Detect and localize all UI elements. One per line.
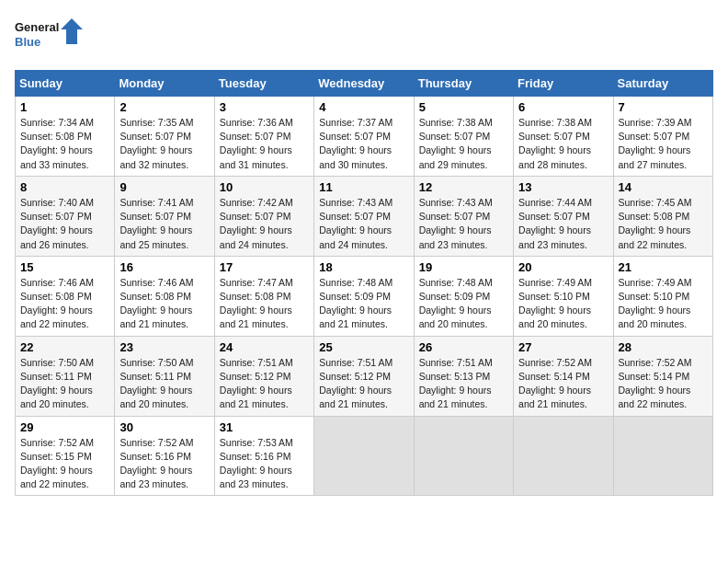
- calendar-day-cell: 19 Sunrise: 7:48 AM Sunset: 5:09 PM Dayl…: [414, 256, 513, 336]
- day-info: Sunrise: 7:42 AM Sunset: 5:07 PM Dayligh…: [220, 196, 309, 252]
- day-number: 23: [119, 340, 209, 354]
- day-number: 9: [119, 180, 209, 194]
- logo-svg: General Blue: [15, 15, 88, 59]
- day-number: 14: [619, 180, 708, 194]
- day-info: Sunrise: 7:49 AM Sunset: 5:10 PM Dayligh…: [619, 276, 708, 332]
- day-info: Sunrise: 7:47 AM Sunset: 5:08 PM Dayligh…: [220, 276, 309, 332]
- calendar-day-cell: 18 Sunrise: 7:48 AM Sunset: 5:09 PM Dayl…: [314, 256, 414, 336]
- calendar-day-cell: 4 Sunrise: 7:37 AM Sunset: 5:07 PM Dayli…: [314, 97, 414, 177]
- calendar-day-cell: 25 Sunrise: 7:51 AM Sunset: 5:12 PM Dayl…: [314, 336, 414, 416]
- weekday-header: Monday: [115, 71, 214, 97]
- svg-text:General: General: [15, 20, 59, 34]
- calendar-week-row: 29 Sunrise: 7:52 AM Sunset: 5:15 PM Dayl…: [16, 416, 713, 496]
- calendar-day-cell: 23 Sunrise: 7:50 AM Sunset: 5:11 PM Dayl…: [115, 336, 214, 416]
- day-info: Sunrise: 7:45 AM Sunset: 5:08 PM Dayligh…: [619, 196, 708, 252]
- calendar-day-cell: 21 Sunrise: 7:49 AM Sunset: 5:10 PM Dayl…: [613, 256, 712, 336]
- day-number: 21: [619, 260, 708, 274]
- calendar-day-cell: 28 Sunrise: 7:52 AM Sunset: 5:14 PM Dayl…: [613, 336, 712, 416]
- day-number: 8: [20, 180, 109, 194]
- calendar-day-cell: 7 Sunrise: 7:39 AM Sunset: 5:07 PM Dayli…: [613, 97, 712, 177]
- weekday-header: Saturday: [613, 71, 712, 97]
- day-info: Sunrise: 7:43 AM Sunset: 5:07 PM Dayligh…: [319, 196, 408, 252]
- calendar-day-cell: 5 Sunrise: 7:38 AM Sunset: 5:07 PM Dayli…: [414, 97, 513, 177]
- day-info: Sunrise: 7:52 AM Sunset: 5:16 PM Dayligh…: [119, 436, 209, 492]
- page-header: General Blue: [15, 15, 713, 59]
- day-number: 11: [319, 180, 408, 194]
- day-number: 4: [319, 100, 408, 114]
- day-number: 3: [220, 100, 309, 114]
- day-number: 26: [419, 340, 508, 354]
- calendar-week-row: 22 Sunrise: 7:50 AM Sunset: 5:11 PM Dayl…: [16, 336, 713, 416]
- day-number: 18: [319, 260, 408, 274]
- day-info: Sunrise: 7:51 AM Sunset: 5:12 PM Dayligh…: [220, 356, 309, 412]
- day-number: 30: [119, 420, 209, 434]
- calendar-day-cell: 13 Sunrise: 7:44 AM Sunset: 5:07 PM Dayl…: [514, 176, 613, 256]
- day-info: Sunrise: 7:52 AM Sunset: 5:15 PM Dayligh…: [20, 436, 109, 492]
- calendar-day-cell: 29 Sunrise: 7:52 AM Sunset: 5:15 PM Dayl…: [16, 416, 115, 496]
- day-info: Sunrise: 7:41 AM Sunset: 5:07 PM Dayligh…: [119, 196, 209, 252]
- day-info: Sunrise: 7:36 AM Sunset: 5:07 PM Dayligh…: [220, 116, 309, 172]
- day-number: 13: [518, 180, 608, 194]
- calendar-day-cell: [514, 416, 613, 496]
- calendar-day-cell: 3 Sunrise: 7:36 AM Sunset: 5:07 PM Dayli…: [214, 97, 313, 177]
- logo: General Blue: [15, 15, 88, 59]
- day-number: 29: [20, 420, 109, 434]
- calendar-day-cell: 20 Sunrise: 7:49 AM Sunset: 5:10 PM Dayl…: [514, 256, 613, 336]
- day-number: 5: [419, 100, 508, 114]
- day-number: 20: [518, 260, 608, 274]
- calendar-day-cell: 31 Sunrise: 7:53 AM Sunset: 5:16 PM Dayl…: [214, 416, 313, 496]
- day-number: 27: [518, 340, 608, 354]
- weekday-header: Wednesday: [314, 71, 414, 97]
- day-info: Sunrise: 7:52 AM Sunset: 5:14 PM Dayligh…: [619, 356, 708, 412]
- day-number: 15: [20, 260, 109, 274]
- calendar-day-cell: 2 Sunrise: 7:35 AM Sunset: 5:07 PM Dayli…: [115, 97, 214, 177]
- day-number: 16: [119, 260, 209, 274]
- day-info: Sunrise: 7:40 AM Sunset: 5:07 PM Dayligh…: [20, 196, 109, 252]
- calendar-day-cell: 11 Sunrise: 7:43 AM Sunset: 5:07 PM Dayl…: [314, 176, 414, 256]
- svg-marker-2: [61, 18, 83, 44]
- calendar-day-cell: 6 Sunrise: 7:38 AM Sunset: 5:07 PM Dayli…: [514, 97, 613, 177]
- weekday-header: Thursday: [414, 71, 513, 97]
- calendar-day-cell: 12 Sunrise: 7:43 AM Sunset: 5:07 PM Dayl…: [414, 176, 513, 256]
- day-info: Sunrise: 7:50 AM Sunset: 5:11 PM Dayligh…: [119, 356, 209, 412]
- day-info: Sunrise: 7:46 AM Sunset: 5:08 PM Dayligh…: [20, 276, 109, 332]
- calendar-day-cell: 1 Sunrise: 7:34 AM Sunset: 5:08 PM Dayli…: [16, 97, 115, 177]
- day-number: 24: [220, 340, 309, 354]
- day-info: Sunrise: 7:39 AM Sunset: 5:07 PM Dayligh…: [619, 116, 708, 172]
- day-info: Sunrise: 7:38 AM Sunset: 5:07 PM Dayligh…: [518, 116, 608, 172]
- weekday-header: Friday: [514, 71, 613, 97]
- day-info: Sunrise: 7:43 AM Sunset: 5:07 PM Dayligh…: [419, 196, 508, 252]
- day-number: 1: [20, 100, 109, 114]
- day-info: Sunrise: 7:48 AM Sunset: 5:09 PM Dayligh…: [319, 276, 408, 332]
- calendar-day-cell: [314, 416, 414, 496]
- calendar-day-cell: 24 Sunrise: 7:51 AM Sunset: 5:12 PM Dayl…: [214, 336, 313, 416]
- day-info: Sunrise: 7:46 AM Sunset: 5:08 PM Dayligh…: [119, 276, 209, 332]
- day-number: 22: [20, 340, 109, 354]
- calendar-day-cell: 22 Sunrise: 7:50 AM Sunset: 5:11 PM Dayl…: [16, 336, 115, 416]
- day-info: Sunrise: 7:48 AM Sunset: 5:09 PM Dayligh…: [419, 276, 508, 332]
- calendar-day-cell: [613, 416, 712, 496]
- day-info: Sunrise: 7:37 AM Sunset: 5:07 PM Dayligh…: [319, 116, 408, 172]
- calendar-day-cell: 9 Sunrise: 7:41 AM Sunset: 5:07 PM Dayli…: [115, 176, 214, 256]
- day-number: 19: [419, 260, 508, 274]
- day-info: Sunrise: 7:38 AM Sunset: 5:07 PM Dayligh…: [419, 116, 508, 172]
- day-number: 28: [619, 340, 708, 354]
- day-info: Sunrise: 7:50 AM Sunset: 5:11 PM Dayligh…: [20, 356, 109, 412]
- calendar-week-row: 15 Sunrise: 7:46 AM Sunset: 5:08 PM Dayl…: [16, 256, 713, 336]
- calendar-table: SundayMondayTuesdayWednesdayThursdayFrid…: [15, 70, 713, 496]
- day-info: Sunrise: 7:52 AM Sunset: 5:14 PM Dayligh…: [518, 356, 608, 412]
- calendar-day-cell: 26 Sunrise: 7:51 AM Sunset: 5:13 PM Dayl…: [414, 336, 513, 416]
- day-number: 7: [619, 100, 708, 114]
- day-info: Sunrise: 7:34 AM Sunset: 5:08 PM Dayligh…: [20, 116, 109, 172]
- calendar-day-cell: 16 Sunrise: 7:46 AM Sunset: 5:08 PM Dayl…: [115, 256, 214, 336]
- calendar-day-cell: 15 Sunrise: 7:46 AM Sunset: 5:08 PM Dayl…: [16, 256, 115, 336]
- day-info: Sunrise: 7:51 AM Sunset: 5:13 PM Dayligh…: [419, 356, 508, 412]
- weekday-header: Sunday: [16, 71, 115, 97]
- calendar-day-cell: 14 Sunrise: 7:45 AM Sunset: 5:08 PM Dayl…: [613, 176, 712, 256]
- calendar-week-row: 8 Sunrise: 7:40 AM Sunset: 5:07 PM Dayli…: [16, 176, 713, 256]
- weekday-header: Tuesday: [214, 71, 313, 97]
- calendar-day-cell: 27 Sunrise: 7:52 AM Sunset: 5:14 PM Dayl…: [514, 336, 613, 416]
- calendar-week-row: 1 Sunrise: 7:34 AM Sunset: 5:08 PM Dayli…: [16, 97, 713, 177]
- day-info: Sunrise: 7:44 AM Sunset: 5:07 PM Dayligh…: [518, 196, 608, 252]
- day-info: Sunrise: 7:49 AM Sunset: 5:10 PM Dayligh…: [518, 276, 608, 332]
